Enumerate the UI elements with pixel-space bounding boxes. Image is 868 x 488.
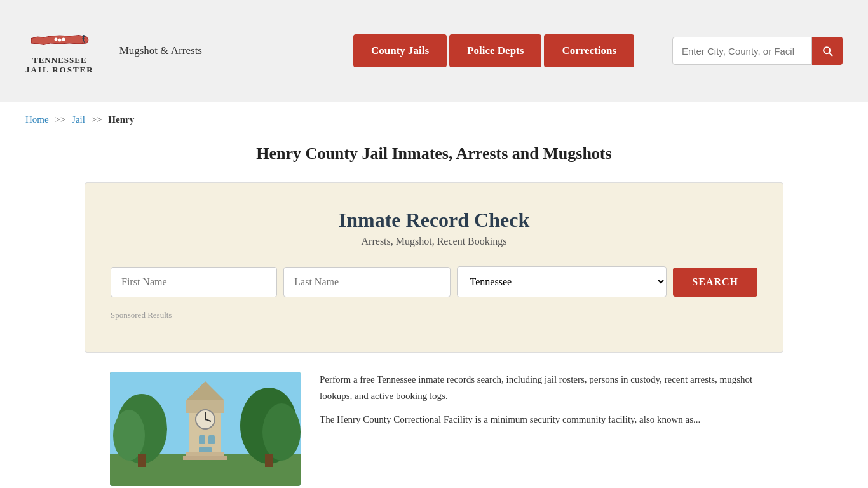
sponsored-label: Sponsored Results [111,310,757,320]
logo-svg [28,27,92,56]
police-depts-button[interactable]: Police Depts [449,34,541,67]
corrections-button[interactable]: Corrections [544,34,634,67]
breadcrumb-home[interactable]: Home [25,114,49,125]
header-search-area [672,37,843,65]
last-name-input[interactable] [283,267,450,297]
breadcrumb: Home >> Jail >> Henry [0,102,868,138]
record-check-title: Inmate Record Check [111,208,757,232]
record-check-box: Inmate Record Check Arrests, Mugshot, Re… [85,182,783,353]
content-section: Perform a free Tennessee inmate records … [85,372,783,486]
svg-rect-26 [186,452,224,456]
inmate-search-form: Tennessee Alabama Arkansas Georgia Kentu… [111,266,757,297]
page-title: Henry County Jail Inmates, Arrests and M… [25,144,843,163]
county-jails-button[interactable]: County Jails [353,34,447,67]
svg-point-12 [113,410,145,461]
logo-text: TENNESSEE JAIL ROSTER [25,56,94,74]
svg-point-2 [54,38,57,41]
courthouse-illustration [110,372,301,486]
svg-point-1 [62,38,65,41]
breadcrumb-jail[interactable]: Jail [72,114,85,125]
svg-point-3 [82,35,85,37]
logo-line1: TENNESSEE [25,56,94,65]
search-icon [821,44,834,57]
inmate-search-button[interactable]: SEARCH [673,268,757,297]
svg-point-0 [58,39,61,42]
svg-rect-22 [199,435,205,444]
breadcrumb-sep-1: >> [55,114,65,125]
header-search-button[interactable] [812,37,843,65]
content-paragraph-1: Perform a free Tennessee inmate records … [320,372,758,404]
svg-rect-14 [138,454,146,467]
svg-point-13 [262,403,301,461]
record-check-subtitle: Arrests, Mugshot, Recent Bookings [111,236,757,247]
first-name-input[interactable] [111,267,277,297]
header-search-input[interactable] [672,37,812,65]
logo-line2: JAIL ROSTER [25,65,94,74]
svg-rect-23 [208,435,215,444]
breadcrumb-sep-2: >> [92,114,102,125]
site-header: TENNESSEE JAIL ROSTER Mugshot & Arrests … [0,0,868,102]
svg-rect-15 [265,454,273,467]
mugshot-arrests-link[interactable]: Mugshot & Arrests [119,44,202,57]
svg-rect-25 [183,456,227,460]
breadcrumb-current: Henry [108,114,134,125]
main-nav: County Jails Police Depts Corrections [353,34,634,67]
courthouse-image [110,372,301,486]
site-logo[interactable]: TENNESSEE JAIL ROSTER [25,27,94,74]
content-paragraph-2: The Henry County Correctional Facility i… [320,412,758,428]
state-select[interactable]: Tennessee Alabama Arkansas Georgia Kentu… [457,266,667,297]
content-text: Perform a free Tennessee inmate records … [320,372,758,436]
